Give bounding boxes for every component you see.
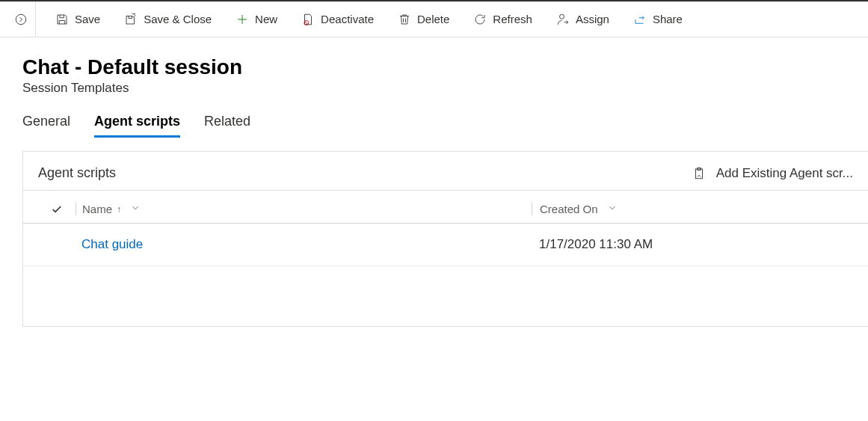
chevron-down-icon bbox=[607, 203, 618, 215]
share-label: Share bbox=[653, 13, 683, 25]
deactivate-button[interactable]: Deactivate bbox=[291, 8, 384, 31]
svg-point-2 bbox=[559, 14, 564, 19]
assign-icon bbox=[556, 13, 570, 26]
tab-list: General Agent scripts Related bbox=[0, 96, 868, 138]
save-button[interactable]: Save bbox=[45, 8, 111, 31]
tab-agent-scripts[interactable]: Agent scripts bbox=[94, 114, 180, 138]
column-header-name[interactable]: Name ↑ bbox=[76, 203, 532, 215]
save-close-icon bbox=[124, 13, 138, 26]
plus-icon bbox=[236, 13, 249, 26]
row-name-link[interactable]: Chat guide bbox=[81, 237, 143, 252]
sort-ascending-icon: ↑ bbox=[117, 204, 121, 215]
column-header-created[interactable]: Created On bbox=[532, 203, 853, 215]
add-existing-label: Add Existing Agent scr... bbox=[716, 166, 853, 181]
save-label: Save bbox=[75, 13, 100, 25]
grid-header: Name ↑ Created On bbox=[23, 195, 868, 224]
new-button[interactable]: New bbox=[225, 8, 288, 31]
delete-button[interactable]: Delete bbox=[387, 8, 460, 31]
expand-button[interactable] bbox=[6, 1, 36, 37]
page-header: Chat - Default session Session Templates bbox=[0, 37, 868, 96]
svg-point-0 bbox=[16, 14, 26, 25]
refresh-label: Refresh bbox=[493, 13, 532, 25]
tab-related[interactable]: Related bbox=[204, 114, 250, 138]
chevron-down-icon bbox=[130, 203, 141, 215]
command-bar: Save Save & Close New Deactivate Delete … bbox=[0, 1, 868, 37]
trash-icon bbox=[398, 13, 411, 26]
save-icon bbox=[55, 13, 69, 26]
new-label: New bbox=[255, 13, 277, 25]
select-all-column[interactable] bbox=[38, 203, 76, 215]
refresh-icon bbox=[473, 13, 487, 26]
save-close-label: Save & Close bbox=[144, 13, 212, 25]
save-close-button[interactable]: Save & Close bbox=[114, 8, 222, 31]
chevron-right-circle-icon bbox=[14, 13, 28, 26]
row-created-value: 1/17/2020 11:30 AM bbox=[539, 237, 653, 252]
share-icon bbox=[633, 13, 647, 26]
refresh-button[interactable]: Refresh bbox=[463, 8, 543, 31]
agent-scripts-panel: Agent scripts Add Existing Agent scr... … bbox=[22, 151, 868, 327]
clipboard-icon bbox=[692, 167, 706, 180]
tab-general[interactable]: General bbox=[22, 114, 70, 138]
assign-label: Assign bbox=[576, 13, 609, 25]
add-existing-button[interactable]: Add Existing Agent scr... bbox=[692, 166, 853, 181]
panel-title: Agent scripts bbox=[38, 165, 116, 181]
deactivate-icon bbox=[301, 13, 315, 26]
panel-header: Agent scripts Add Existing Agent scr... bbox=[23, 165, 868, 191]
page-title: Chat - Default session bbox=[22, 55, 846, 79]
delete-label: Delete bbox=[417, 13, 449, 25]
deactivate-label: Deactivate bbox=[321, 13, 374, 25]
table-row[interactable]: Chat guide 1/17/2020 11:30 AM bbox=[23, 224, 868, 266]
column-name-label: Name bbox=[82, 203, 112, 215]
assign-button[interactable]: Assign bbox=[546, 8, 620, 31]
page-subtitle: Session Templates bbox=[22, 81, 846, 96]
share-button[interactable]: Share bbox=[623, 8, 693, 31]
column-created-label: Created On bbox=[540, 203, 598, 215]
